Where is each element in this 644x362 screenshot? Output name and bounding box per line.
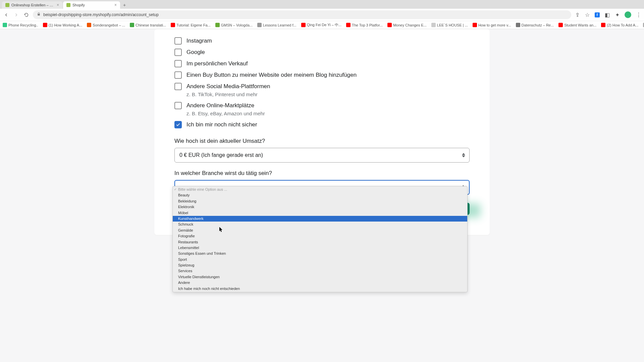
bookmark-label: GMSN – Vologda...: [221, 23, 253, 27]
bookmark-label: Tutorial: Eigene Fa...: [176, 23, 211, 27]
checkbox-box[interactable]: [174, 49, 182, 56]
tab-bar: Onlineshop Erstellen – Einfac × Shopify …: [0, 0, 644, 9]
checkbox-box[interactable]: [174, 71, 182, 79]
dropdown-option[interactable]: Gemälde: [173, 228, 467, 233]
bookmark-favicon-icon: [257, 23, 262, 27]
bookmark-label: Qing Fei De Yi – 中...: [307, 22, 341, 27]
bookmark-label: Phone Recycling..: [8, 23, 38, 27]
industry-dropdown[interactable]: ✓Bitte wähle eine Option aus ...BeautyBe…: [172, 186, 468, 292]
bookmark-item[interactable]: (2) How To Add A...: [601, 23, 638, 27]
checkbox-label: Im persönlichen Verkauf: [186, 60, 248, 67]
dropdown-option[interactable]: Ich habe mich noch nicht entschieden: [173, 286, 467, 292]
dropdown-option[interactable]: Kunsthandwerk: [173, 216, 467, 222]
check-icon: ✓: [174, 187, 177, 192]
browser-tab-0[interactable]: Onlineshop Erstellen – Einfac ×: [2, 1, 62, 9]
checkbox-label: Google: [186, 49, 205, 56]
dropdown-option[interactable]: Andere: [173, 280, 467, 286]
revenue-select[interactable]: 0 € EUR (Ich fange gerade erst an): [174, 148, 470, 163]
close-icon[interactable]: ×: [57, 3, 59, 7]
checkbox-row[interactable]: Andere Social Media-Plattformen: [174, 81, 470, 92]
bookmark-item[interactable]: Tutorial: Eigene Fa...: [171, 23, 211, 27]
bookmark-item[interactable]: Lessons Learned f...: [257, 23, 297, 27]
menu-icon[interactable]: ⋮: [636, 12, 641, 17]
share-icon[interactable]: ⇪: [575, 12, 580, 17]
extension-icon[interactable]: ◧: [604, 12, 610, 17]
dropdown-option[interactable]: Virtuelle Dienstleistungen: [173, 274, 467, 280]
checkbox-row[interactable]: Im persönlichen Verkauf: [174, 58, 470, 69]
bookmark-favicon-icon: [215, 23, 220, 27]
dropdown-option[interactable]: Beauty: [173, 192, 467, 198]
industry-label: In welcher Branche wirst du tätig sein?: [174, 170, 470, 177]
bookmark-label: Student Wants an...: [564, 23, 596, 27]
bookmark-label: How to get more v...: [478, 23, 511, 27]
dropdown-placeholder: ✓Bitte wähle eine Option aus ...: [173, 187, 467, 192]
bookmark-item[interactable]: LEE´S HOUSE | ...: [431, 23, 468, 27]
bookmark-item[interactable]: GMSN – Vologda...: [215, 23, 253, 27]
checkbox-row[interactable]: Google: [174, 47, 470, 58]
bookmark-item[interactable]: (1) How Working A...: [43, 23, 83, 27]
browser-toolbar: beispiel-dropshipping-store.myshopify.co…: [0, 9, 644, 21]
checkbox-box[interactable]: [174, 60, 182, 67]
dropdown-option[interactable]: Sport: [173, 257, 467, 262]
shopify-favicon-icon: [5, 3, 9, 7]
revenue-label: Wie hoch ist dein aktueller Umsatz?: [174, 138, 470, 144]
lock-icon: [37, 12, 41, 17]
dropdown-option[interactable]: Sonstiges Essen und Trinken: [173, 251, 467, 256]
bookmark-favicon-icon: [130, 23, 134, 27]
checkbox-label: Instagram: [186, 37, 212, 44]
checkbox-box[interactable]: [174, 121, 182, 128]
bookmark-favicon-icon: [601, 23, 605, 27]
extensions-icon[interactable]: ✦: [614, 12, 620, 17]
bookmark-label: The Top 3 Platfor...: [352, 23, 383, 27]
dropdown-option[interactable]: Elektronik: [173, 204, 467, 210]
checkbox-row[interactable]: Einen Buy Button zu meiner Website oder …: [174, 69, 470, 81]
dropdown-option[interactable]: Bekleidung: [173, 198, 467, 204]
extension-facebook-icon[interactable]: f: [595, 12, 600, 17]
dropdown-option[interactable]: Restaurants: [173, 239, 467, 245]
dropdown-option[interactable]: Lebensmittel: [173, 245, 467, 251]
forward-button[interactable]: [13, 11, 19, 18]
bookmark-favicon-icon: [301, 23, 306, 27]
bookmark-label: LEE´S HOUSE | ...: [437, 23, 468, 27]
bookmark-label: Sonderangebot – ...: [93, 23, 125, 27]
checkbox-row[interactable]: Ich bin mir noch nicht sicher: [174, 119, 470, 130]
checkbox-row[interactable]: Instagram: [174, 35, 470, 47]
back-button[interactable]: [3, 11, 9, 18]
checkbox-label: Andere Social Media-Plattformen: [186, 83, 270, 90]
bookmark-item[interactable]: Qing Fei De Yi – 中...: [301, 22, 341, 27]
bookmark-label: (1) How Working A...: [49, 23, 83, 27]
star-icon[interactable]: ☆: [585, 12, 590, 17]
bookmark-item[interactable]: The Top 3 Platfor...: [346, 23, 383, 27]
bookmark-item[interactable]: How to get more v...: [473, 23, 511, 27]
dropdown-option[interactable]: Schmuck: [173, 222, 467, 227]
checkbox-row[interactable]: Andere Online-Marktplätze: [174, 100, 470, 111]
checkbox-label: Andere Online-Marktplätze: [186, 102, 254, 109]
dropdown-option[interactable]: Spielzeug: [173, 262, 467, 268]
bookmark-item[interactable]: Student Wants an...: [558, 23, 596, 27]
checkbox-box[interactable]: [174, 37, 182, 45]
dropdown-option[interactable]: Services: [173, 268, 467, 274]
dropdown-option[interactable]: Fotografie: [173, 233, 467, 239]
setup-card: InstagramGoogleIm persönlichen VerkaufEi…: [154, 29, 490, 235]
profile-avatar[interactable]: [625, 11, 631, 18]
browser-tab-1[interactable]: Shopify ×: [63, 1, 120, 9]
checkbox-box[interactable]: [174, 102, 182, 109]
bookmark-label: (2) How To Add A...: [607, 23, 638, 27]
url-bar[interactable]: beispiel-dropshipping-store.myshopify.co…: [33, 10, 571, 19]
bookmark-label: Datenschutz – Re...: [522, 23, 554, 27]
url-text: beispiel-dropshipping-store.myshopify.co…: [43, 12, 159, 17]
bookmark-item[interactable]: Phone Recycling..: [3, 23, 38, 27]
reload-button[interactable]: [23, 11, 30, 18]
bookmark-item[interactable]: Money Changes E...: [387, 23, 427, 27]
bookmark-favicon-icon: [43, 23, 47, 27]
new-tab-button[interactable]: +: [121, 1, 128, 9]
close-icon[interactable]: ×: [114, 3, 117, 7]
dropdown-option[interactable]: Möbel: [173, 210, 467, 216]
bookmark-favicon-icon: [171, 23, 175, 27]
bookmark-item[interactable]: Sonderangebot – ...: [87, 23, 125, 27]
revenue-value: 0 € EUR (Ich fange gerade erst an): [179, 152, 263, 158]
bookmark-item[interactable]: Chinese translati...: [130, 23, 166, 27]
bookmark-favicon-icon: [87, 23, 91, 27]
bookmark-item[interactable]: Datenschutz – Re...: [516, 23, 554, 27]
checkbox-box[interactable]: [174, 83, 182, 90]
